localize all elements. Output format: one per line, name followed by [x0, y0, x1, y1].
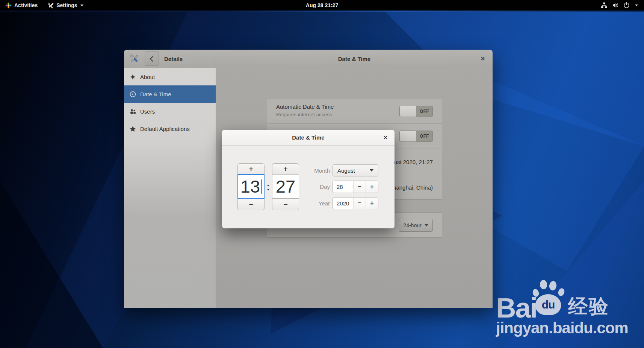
sidebar-item-users[interactable]: Users — [124, 103, 216, 120]
paw-toe — [557, 287, 565, 297]
watermark-paw-text: du — [542, 298, 555, 311]
watermark-cjk-text: 经验 — [568, 296, 609, 316]
year-decrement-button[interactable]: − — [353, 198, 366, 209]
window-title: Date & Time — [338, 56, 370, 62]
desktop: Bai du 经验 jingyan.baidu.com A — [0, 0, 644, 348]
minus-icon: − — [283, 201, 287, 209]
time-format-dropdown[interactable]: 24-hour — [399, 219, 433, 232]
titlebar-right-section: Date & Time × — [216, 50, 493, 68]
hour-decrement-button[interactable]: − — [237, 199, 265, 210]
switch-knob — [400, 131, 416, 141]
settings-menu-label: Settings — [56, 2, 77, 8]
plus-icon: + — [370, 199, 374, 207]
settings-app-icon — [129, 54, 139, 64]
minute-value: 27 — [276, 176, 295, 197]
month-label: Month — [289, 167, 330, 174]
switch-state-label: OFF — [416, 106, 432, 117]
sidebar-item-date-time[interactable]: Date & Time — [124, 85, 216, 103]
plus-icon: + — [370, 183, 374, 191]
automatic-date-time-switch[interactable]: OFF — [399, 106, 433, 117]
chevron-down-icon — [80, 5, 83, 6]
clock-menu-button[interactable]: Aug 28 21:27 — [306, 0, 338, 11]
baidu-jingyan-watermark: Bai du 经验 jingyan.baidu.com — [496, 279, 616, 336]
star-icon — [130, 126, 136, 132]
tools-icon — [47, 2, 54, 9]
window-close-button[interactable]: × — [477, 53, 489, 65]
automatic-date-time-row: Automatic Date & Time Requires internet … — [267, 99, 442, 123]
date-time-dialog: Date & Time × + 13 − : + 27 — [222, 130, 395, 228]
month-dropdown[interactable]: August — [333, 164, 378, 176]
paw-toe — [549, 281, 557, 291]
paw-toe — [532, 288, 540, 298]
wallpaper-horizon-line — [0, 11, 644, 12]
clock-label: Aug 28 21:27 — [306, 2, 338, 8]
month-value: August — [337, 167, 370, 174]
clock-icon — [130, 91, 136, 97]
close-icon: × — [384, 134, 387, 141]
left-pane-title: Details — [164, 56, 183, 62]
settings-app-menu[interactable]: Settings — [44, 0, 87, 11]
sidebar-item-about[interactable]: About — [124, 68, 216, 85]
sparkle-icon — [130, 74, 136, 80]
close-icon: × — [481, 55, 485, 63]
watermark-brand-text: Bai — [496, 294, 537, 322]
titlebar-separator — [475, 52, 475, 66]
hour-value: 13 — [240, 176, 260, 197]
hour-entry[interactable]: 13 — [237, 174, 265, 199]
day-spinner: 28 − + — [333, 181, 378, 193]
minus-icon: − — [249, 201, 253, 209]
minus-icon: − — [358, 199, 361, 207]
switch-knob — [400, 106, 416, 117]
chevron-down-icon — [635, 5, 638, 6]
activities-label: Activities — [14, 2, 38, 8]
users-icon — [130, 108, 136, 115]
row-subtitle: Requires internet access — [276, 112, 332, 117]
distro-logo-icon — [5, 2, 12, 9]
minute-entry[interactable]: 27 — [272, 174, 299, 199]
dropdown-arrow-icon — [425, 224, 428, 226]
year-increment-button[interactable]: + — [366, 198, 378, 209]
back-button[interactable] — [145, 52, 159, 66]
system-status-area[interactable] — [598, 0, 641, 11]
hour-increment-button[interactable]: + — [237, 163, 265, 175]
sidebar-item-label: Default Applications — [140, 126, 190, 132]
sidebar-item-default-applications[interactable]: Default Applications — [124, 120, 216, 137]
day-increment-button[interactable]: + — [366, 181, 378, 193]
dropdown-arrow-icon — [370, 169, 373, 172]
year-spinner: 2020 − + — [333, 197, 378, 209]
year-label: Year — [289, 200, 330, 207]
minus-icon: − — [358, 183, 361, 191]
text-caret — [261, 179, 262, 194]
time-format-value: 24-hour — [403, 222, 421, 228]
chevron-left-icon — [150, 56, 156, 62]
automatic-time-zone-switch[interactable]: OFF — [399, 131, 433, 142]
day-entry[interactable]: 28 — [333, 181, 353, 193]
settings-titlebar: Details Date & Time × — [124, 50, 493, 68]
dialog-titlebar: Date & Time × — [222, 130, 395, 146]
activities-button[interactable]: Activities — [2, 0, 41, 11]
power-icon — [623, 2, 630, 8]
plus-icon: + — [249, 165, 253, 173]
sidebar-item-label: About — [140, 74, 155, 80]
settings-sidebar: About Date & Time Users — [124, 68, 216, 308]
dialog-close-button[interactable]: × — [379, 132, 392, 144]
top-bar-left: Activities Settings — [2, 0, 87, 11]
watermark-site-url: jingyan.baidu.com — [496, 319, 628, 337]
paw-pad: du — [535, 294, 561, 315]
year-entry[interactable]: 2020 — [333, 198, 353, 209]
baidu-paw-icon: du — [533, 279, 566, 317]
time-separator: : — [264, 174, 273, 199]
sidebar-item-label: Date & Time — [140, 91, 171, 97]
volume-icon — [612, 2, 619, 8]
day-decrement-button[interactable]: − — [353, 181, 366, 193]
row-title: Automatic Date & Time — [276, 103, 334, 110]
gnome-top-bar: Activities Settings Aug 28 21:27 — [0, 0, 644, 11]
network-icon — [601, 2, 608, 8]
plus-icon: + — [283, 165, 287, 173]
sidebar-item-label: Users — [140, 108, 155, 115]
paw-toe — [540, 280, 547, 289]
switch-state-label: OFF — [416, 131, 432, 141]
dialog-title: Date & Time — [292, 134, 324, 141]
titlebar-left-section: Details — [124, 50, 216, 68]
